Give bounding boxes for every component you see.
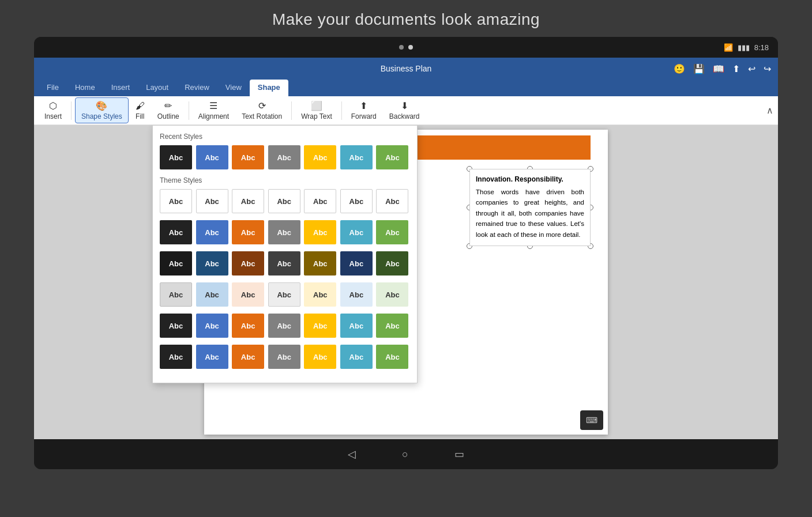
insert-label: Insert (44, 112, 62, 120)
style-swatch[interactable]: Abc (232, 314, 264, 338)
style-swatch[interactable]: Abc (232, 220, 264, 244)
title-bar-icons: 🙂 💾 📖 ⬆ ↩ ↪ (674, 63, 771, 74)
tab-shape[interactable]: Shape (250, 80, 288, 96)
style-swatch[interactable]: Abc (340, 220, 373, 244)
tab-view[interactable]: View (217, 80, 250, 96)
style-swatch[interactable]: Abc (196, 189, 228, 213)
separator-3 (291, 101, 292, 120)
doc-textbox: Innovation. Responsibility. Those words … (469, 169, 591, 246)
textbox-title: Innovation. Responsibility. (476, 175, 584, 183)
tab-file[interactable]: File (39, 80, 67, 96)
style-swatch[interactable]: Abc (232, 345, 264, 369)
undo-icon[interactable]: ↩ (748, 63, 755, 74)
separator-1 (71, 101, 72, 120)
style-swatch[interactable]: Abc (304, 220, 336, 244)
style-swatch[interactable]: Abc (340, 345, 373, 369)
style-swatch[interactable]: Abc (196, 314, 228, 338)
style-swatch[interactable]: Abc (340, 282, 373, 307)
text-rotation-label: Text Rotation (242, 112, 282, 120)
style-swatch[interactable]: Abc (340, 145, 373, 169)
ribbon-outline-btn[interactable]: ✏ Outline (152, 98, 185, 123)
style-swatch[interactable]: Abc (376, 145, 408, 169)
style-swatch[interactable]: Abc (232, 189, 264, 213)
style-swatch[interactable]: Abc (268, 251, 300, 276)
style-swatch[interactable]: Abc (304, 189, 336, 213)
style-swatch[interactable]: Abc (376, 345, 408, 369)
recents-button[interactable]: ▭ (454, 448, 464, 461)
style-swatch[interactable]: Abc (160, 220, 192, 244)
emoji-icon[interactable]: 🙂 (674, 63, 685, 74)
share-icon[interactable]: ⬆ (732, 63, 740, 74)
doc-area: Recent Styles Abc Abc Abc Abc Abc Abc Ab… (34, 125, 778, 439)
style-swatch[interactable]: Abc (304, 282, 336, 307)
style-swatch[interactable]: Abc (268, 220, 300, 244)
tab-layout[interactable]: Layout (138, 80, 176, 96)
book-icon[interactable]: 📖 (713, 63, 724, 74)
battery-icon: ▮▮▮ (738, 43, 750, 52)
keyboard-overlay-icon[interactable]: ⌨ (580, 410, 603, 430)
ribbon-forward-btn[interactable]: ⬆ Forward (345, 98, 382, 123)
save-icon[interactable]: 💾 (693, 63, 705, 74)
style-swatch[interactable]: Abc (340, 314, 373, 338)
ribbon-collapse-btn[interactable]: ∧ (766, 105, 773, 116)
style-swatch[interactable]: Abc (304, 314, 336, 338)
style-swatch[interactable]: Abc (232, 251, 264, 276)
style-swatch[interactable]: Abc (268, 345, 300, 369)
home-button[interactable]: ○ (402, 448, 408, 461)
style-swatch[interactable]: Abc (304, 145, 336, 169)
clock: 8:18 (754, 43, 769, 52)
style-swatch[interactable]: Abc (160, 314, 192, 338)
alignment-label: Alignment (198, 112, 229, 120)
text-rotation-icon: ⟳ (258, 100, 266, 111)
back-button[interactable]: ◁ (348, 448, 356, 461)
style-swatch[interactable]: Abc (268, 314, 300, 338)
style-swatch[interactable]: Abc (376, 251, 408, 276)
style-swatch[interactable]: Abc (340, 189, 373, 213)
redo-icon[interactable]: ↪ (764, 63, 771, 74)
style-swatch[interactable]: Abc (160, 345, 192, 369)
style-swatch[interactable]: Abc (304, 345, 336, 369)
tab-home[interactable]: Home (67, 80, 103, 96)
forward-label: Forward (351, 112, 377, 120)
ribbon-alignment-btn[interactable]: ☰ Alignment (193, 98, 235, 123)
style-swatch[interactable]: Abc (160, 251, 192, 276)
page-title: Make your documents look amazing (272, 0, 540, 37)
word-app: Business Plan 🙂 💾 📖 ⬆ ↩ ↪ File Home Inse… (34, 58, 778, 439)
tab-insert[interactable]: Insert (103, 80, 138, 96)
style-swatch[interactable]: Abc (268, 189, 300, 213)
style-swatch[interactable]: Abc (376, 220, 408, 244)
style-swatch[interactable]: Abc (196, 220, 228, 244)
style-swatch[interactable]: Abc (376, 189, 408, 213)
style-swatch[interactable]: Abc (196, 345, 228, 369)
style-swatch[interactable]: Abc (232, 282, 264, 307)
ribbon-shape-styles-btn[interactable]: 🎨 Shape Styles (75, 97, 129, 123)
style-swatch[interactable]: Abc (376, 314, 408, 338)
style-swatch[interactable]: Abc (160, 282, 192, 307)
ribbon-wrap-text-btn[interactable]: ⬜ Wrap Text (295, 98, 338, 123)
style-swatch[interactable]: Abc (376, 282, 408, 307)
ribbon-insert-btn[interactable]: ⬡ Insert (39, 98, 67, 123)
style-swatch[interactable]: Abc (232, 145, 264, 169)
fill-label: Fill (136, 112, 144, 120)
wrap-text-label: Wrap Text (301, 112, 332, 120)
ribbon-text-rotation-btn[interactable]: ⟳ Text Rotation (236, 98, 288, 123)
ribbon-fill-btn[interactable]: 🖌 Fill (130, 99, 151, 123)
title-bar: Business Plan 🙂 💾 📖 ⬆ ↩ ↪ (34, 58, 778, 80)
theme-styles-grid-row4: Abc Abc Abc Abc Abc Abc Abc (160, 282, 410, 307)
outline-icon: ✏ (164, 100, 172, 111)
style-swatch[interactable]: Abc (304, 251, 336, 276)
style-swatch[interactable]: Abc (268, 145, 300, 169)
recent-styles-title: Recent Styles (160, 133, 410, 141)
shape-styles-panel: Recent Styles Abc Abc Abc Abc Abc Abc Ab… (152, 125, 418, 383)
style-swatch[interactable]: Abc (160, 145, 192, 169)
ribbon-backward-btn[interactable]: ⬇ Backward (384, 98, 426, 123)
style-swatch[interactable]: Abc (196, 282, 228, 307)
style-swatch[interactable]: Abc (340, 251, 373, 276)
style-swatch[interactable]: Abc (268, 282, 300, 307)
dot-1 (399, 45, 404, 50)
style-swatch[interactable]: Abc (196, 145, 228, 169)
dot-2 (408, 45, 413, 50)
style-swatch[interactable]: Abc (160, 189, 192, 213)
style-swatch[interactable]: Abc (196, 251, 228, 276)
tab-review[interactable]: Review (176, 80, 217, 96)
